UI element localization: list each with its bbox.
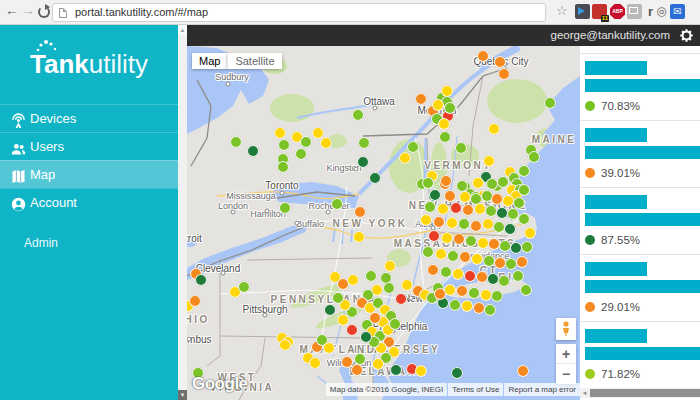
back-icon[interactable]: ←	[4, 2, 20, 18]
device-dot[interactable]	[455, 142, 467, 154]
device-dot[interactable]	[450, 202, 462, 214]
device-dot[interactable]	[195, 274, 207, 286]
forward-icon[interactable]: →	[20, 2, 36, 18]
device-dot[interactable]	[429, 189, 441, 201]
device-dot[interactable]	[434, 288, 446, 300]
device-dot[interactable]	[357, 156, 369, 168]
device-dot[interactable]	[372, 358, 384, 370]
device-dot[interactable]	[295, 148, 307, 160]
device-dot[interactable]	[544, 97, 556, 109]
device-dot[interactable]	[395, 293, 407, 305]
device-dot[interactable]	[279, 339, 291, 351]
device-dot[interactable]	[278, 139, 290, 151]
device-dot[interactable]	[451, 367, 463, 379]
device-dot[interactable]	[407, 141, 419, 153]
device-dot[interactable]	[517, 365, 529, 377]
device-dot[interactable]	[320, 137, 332, 149]
device-dot[interactable]	[432, 99, 444, 111]
device-dot[interactable]	[497, 176, 509, 188]
extension-icon-1[interactable]	[575, 4, 590, 19]
device-dot[interactable]	[488, 123, 500, 135]
device-dot[interactable]	[441, 85, 453, 97]
device-dot[interactable]	[504, 223, 516, 235]
device-dot[interactable]	[324, 304, 336, 316]
device-dot[interactable]	[358, 137, 370, 149]
device-dot[interactable]	[401, 279, 413, 291]
device-dot[interactable]	[446, 217, 458, 229]
device-dot[interactable]	[422, 246, 434, 258]
reload-icon[interactable]	[38, 6, 50, 18]
device-dot[interactable]	[439, 131, 451, 143]
device-dot[interactable]	[498, 68, 510, 80]
device-dot[interactable]	[524, 227, 536, 239]
device-dot[interactable]	[447, 250, 459, 262]
device-dot[interactable]	[360, 331, 372, 343]
device-dot[interactable]	[444, 190, 456, 202]
device-dot[interactable]	[332, 292, 344, 304]
device-dot[interactable]	[465, 235, 477, 247]
device-dot[interactable]	[468, 287, 480, 299]
device-dot[interactable]	[352, 109, 364, 121]
zoom-in-button[interactable]: +	[556, 344, 576, 364]
device-dot[interactable]	[247, 145, 259, 157]
bookmark-star-icon[interactable]: ☆	[556, 3, 568, 18]
device-dot[interactable]	[230, 136, 242, 148]
device-dot[interactable]	[347, 274, 359, 286]
device-dot[interactable]	[491, 290, 503, 302]
device-dot[interactable]	[346, 324, 358, 336]
device-dot[interactable]	[471, 253, 483, 265]
device-dot[interactable]	[516, 256, 528, 268]
device-list-item[interactable]: 29.01%	[580, 254, 700, 321]
device-dot[interactable]	[458, 218, 470, 230]
device-dot[interactable]	[427, 264, 439, 276]
device-dot[interactable]	[453, 233, 465, 245]
map-view-button[interactable]: Map	[192, 53, 227, 69]
device-list-item[interactable]: 70.83%	[580, 53, 700, 120]
device-list-item[interactable]: 71.82%	[580, 321, 700, 388]
zoom-out-button[interactable]: −	[556, 364, 576, 384]
device-dot[interactable]	[449, 299, 461, 311]
gear-icon[interactable]	[679, 28, 694, 43]
device-dot[interactable]	[462, 204, 474, 216]
device-dot[interactable]	[518, 213, 530, 225]
satellite-view-button[interactable]: Satellite	[227, 53, 281, 69]
device-dot[interactable]	[518, 165, 530, 177]
device-dot[interactable]	[354, 206, 366, 218]
device-dot[interactable]	[309, 357, 321, 369]
device-dot[interactable]	[459, 251, 471, 263]
device-dot[interactable]	[437, 203, 449, 215]
device-dot[interactable]	[444, 102, 456, 114]
device-dot[interactable]	[390, 364, 402, 376]
sidebar-item-users[interactable]: Users	[0, 132, 178, 160]
device-dot[interactable]	[513, 197, 525, 209]
device-dot[interactable]	[433, 216, 445, 228]
pegman-button[interactable]	[556, 318, 576, 340]
device-dot[interactable]	[440, 266, 452, 278]
device-dot[interactable]	[420, 214, 432, 226]
device-dot[interactable]	[415, 365, 427, 377]
device-dot[interactable]	[440, 175, 452, 187]
device-dot[interactable]	[438, 118, 450, 130]
device-dot[interactable]	[279, 202, 291, 214]
device-dot[interactable]	[383, 282, 395, 294]
device-dot[interactable]	[300, 136, 312, 148]
horizontal-scrollbar[interactable]: ◄	[580, 388, 700, 398]
device-dot[interactable]	[389, 318, 401, 330]
device-dot[interactable]	[424, 201, 436, 213]
map-canvas[interactable]: SudburyOttawaKingstonTorontoMississaugaL…	[187, 46, 580, 400]
device-dot[interactable]	[189, 295, 201, 307]
report-error-link[interactable]: Report a map error	[504, 383, 580, 396]
device-dot[interactable]	[512, 270, 524, 282]
device-dot[interactable]	[456, 285, 468, 297]
device-dot[interactable]	[351, 364, 363, 376]
vertical-scrollbar[interactable]: ▲ ▼	[178, 25, 187, 400]
device-dot[interactable]	[399, 152, 411, 164]
device-dot[interactable]	[369, 172, 381, 184]
device-dot[interactable]	[238, 281, 250, 293]
device-dot[interactable]	[384, 260, 396, 272]
sidebar-item-account[interactable]: Account	[0, 188, 178, 216]
sidebar-item-map[interactable]: Map	[0, 160, 178, 188]
device-dot[interactable]	[274, 127, 286, 139]
sidebar-item-devices[interactable]: Devices	[0, 104, 178, 132]
device-dot[interactable]	[464, 270, 476, 282]
